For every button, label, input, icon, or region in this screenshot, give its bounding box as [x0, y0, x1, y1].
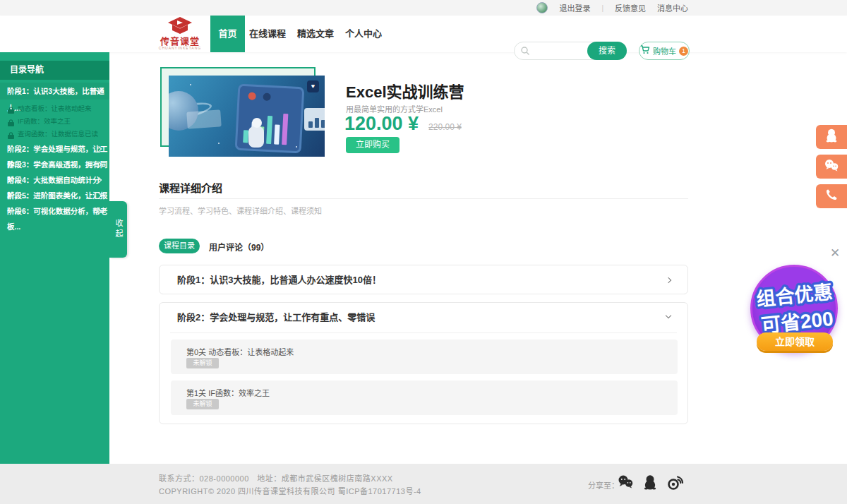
sidebar-stage-2[interactable]: 阶段2：学会处理与规范，让工作...: [0, 141, 109, 157]
sidebar-collapse-tab[interactable]: 收起: [109, 201, 127, 258]
nav-featured-articles[interactable]: 精选文章: [297, 16, 334, 52]
nav-online-courses[interactable]: 在线课程: [249, 16, 286, 52]
search-input[interactable]: [533, 43, 586, 59]
sidebar-stage-3[interactable]: 阶段3：学会高级透视，拥有同时...: [0, 157, 109, 172]
sidebar-stage-5[interactable]: 阶段5：进阶图表美化，让汇报一...: [0, 188, 109, 203]
lesson-title: 第1关 IF函数：效率之王: [186, 387, 270, 398]
topbar-divider: |: [601, 4, 603, 12]
bar-chart-panel-illustration: [304, 108, 325, 131]
astronaut-helmet: [252, 118, 262, 128]
logo-cap-icon: [166, 25, 194, 37]
footer-contact: 联系方式：028-0000000 地址：成都市武侯区槐树店南路XXXX: [159, 472, 393, 484]
tablet-illustration: [235, 84, 305, 154]
divider: [159, 198, 688, 199]
detail-summary: 学习流程、学习特色、课程详细介绍、课程须知: [159, 205, 322, 216]
course-title: Excel实战训练营: [346, 79, 464, 102]
footer-copyright: COPYRIGHT© 2020 四川传音课堂科技有限公司 蜀ICP备170177…: [159, 485, 421, 496]
course-banner-image[interactable]: ♥: [169, 76, 325, 157]
lesson-title: 第0关 动态看板：让表格动起来: [186, 346, 294, 357]
phone-contact-button[interactable]: [816, 184, 847, 208]
divider: [170, 332, 677, 333]
astronaut-illustration: [248, 126, 264, 148]
footer-share-label: 分享至：: [588, 479, 619, 491]
logout-link[interactable]: 退出登录: [559, 2, 590, 13]
cart-icon: [640, 44, 650, 57]
lesson-row[interactable]: 第1关 IF函数：效率之王 未解锁: [171, 380, 678, 415]
weibo-share-icon[interactable]: [666, 474, 685, 493]
footer: 联系方式：028-0000000 地址：成都市武侯区槐树店南路XXXX COPY…: [0, 464, 847, 504]
promo-claim-button[interactable]: 立即领取: [757, 332, 833, 351]
wechat-share-icon[interactable]: [617, 474, 634, 491]
sidebar-title: 目录导航: [0, 61, 109, 80]
chevron-right-icon: [666, 277, 671, 283]
lesson-locked-badge: 未解锁: [186, 399, 219, 409]
qq-contact-button[interactable]: [816, 125, 847, 149]
feedback-link[interactable]: 反馈意见: [615, 2, 646, 13]
tab-course-catalog[interactable]: 课程目录: [159, 239, 200, 253]
wechat-icon: [824, 159, 839, 174]
sidebar-lesson-label: IF函数：效率之王: [18, 117, 71, 125]
logo-subtitle: CHUANYINKETANG: [154, 46, 206, 50]
stage-1-title: 阶段1：认识3大技能，比普通人办公速度快10倍！: [177, 265, 381, 295]
cart-button[interactable]: 购物车 1: [639, 42, 690, 60]
catalog-sidebar: 目录导航 阶段1：认识3大技能，比普通人... 动态看板：让表格动起来 IF函数…: [0, 52, 109, 464]
stage-1-header[interactable]: 阶段1：认识3大技能，比普通人办公速度快10倍！: [160, 265, 687, 295]
avatar[interactable]: [536, 2, 548, 13]
stage-2-header[interactable]: 阶段2：学会处理与规范，让工作有重点、零错误: [160, 303, 687, 332]
sidebar-lesson-item[interactable]: 动态看板：让表格动起来: [0, 102, 109, 114]
stage-2-card: 阶段2：学会处理与规范，让工作有重点、零错误 第0关 动态看板：让表格动起来 未…: [159, 302, 688, 424]
promo-close-icon[interactable]: ✕: [830, 246, 840, 260]
sidebar-stage-1[interactable]: 阶段1：认识3大技能，比普通人...: [0, 83, 109, 100]
page: 退出登录 | 反馈意见 消息中心 传音课堂 CHUANYINKETANG 首页 …: [0, 0, 847, 504]
sidebar-lesson-item[interactable]: 查询函数：让数据信息已读: [0, 128, 109, 140]
heart-icon[interactable]: ♥: [307, 80, 319, 92]
search-box: 搜索: [514, 42, 627, 60]
logo-title: 传音课堂: [154, 37, 206, 46]
tab-user-comments[interactable]: 用户评论（99）: [209, 241, 269, 253]
messages-link[interactable]: 消息中心: [657, 2, 688, 13]
detail-heading: 课程详细介绍: [159, 180, 222, 195]
promo-line1: 组合优惠: [755, 281, 834, 311]
sidebar-lesson-label: 动态看板：让表格动起来: [18, 104, 92, 112]
chevron-down-icon: [666, 313, 671, 318]
cart-badge: 1: [679, 47, 688, 56]
stage-2-title: 阶段2：学会处理与规范，让工作有重点、零错误: [177, 303, 375, 332]
sidebar-lesson-item[interactable]: IF函数：效率之王: [0, 115, 109, 127]
header: 传音课堂 CHUANYINKETANG 首页 在线课程 精选文章 个人中心 搜索…: [0, 16, 847, 52]
topbar: 退出登录 | 反馈意见 消息中心: [0, 0, 847, 16]
price-row: 120.00 ¥ 220.00 ¥: [344, 113, 462, 135]
search-icon: [520, 46, 530, 59]
sidebar-lesson-label: 查询函数：让数据信息已读: [18, 130, 98, 138]
cart-label: 购物车: [653, 45, 676, 56]
chart-panel-illustration: [186, 109, 222, 128]
course-original-price: 220.00 ¥: [428, 122, 462, 132]
wechat-contact-button[interactable]: [816, 155, 847, 179]
lesson-locked-badge: 未解锁: [186, 358, 219, 368]
sidebar-stage-4[interactable]: 阶段4：大批数据自动统计分析，...: [0, 172, 109, 188]
nav-home[interactable]: 首页: [210, 16, 245, 52]
sidebar-stage-6[interactable]: 阶段6：可视化数据分析，帮老板...: [0, 203, 109, 219]
buy-now-button[interactable]: 立即购买: [346, 137, 400, 153]
course-price: 120.00 ¥: [344, 113, 419, 135]
search-button[interactable]: 搜索: [587, 42, 627, 60]
lesson-row[interactable]: 第0关 动态看板：让表格动起来 未解锁: [171, 340, 678, 374]
qq-icon: [825, 128, 838, 145]
sidebar-stage-label: 阶段6：可视化数据分析，帮老板...: [7, 207, 107, 231]
logo[interactable]: 传音课堂 CHUANYINKETANG: [154, 16, 206, 52]
qq-share-icon[interactable]: [643, 474, 657, 493]
stage-1-card: 阶段1：认识3大技能，比普通人办公速度快10倍！: [159, 265, 688, 294]
nav-personal-center[interactable]: 个人中心: [345, 16, 382, 52]
phone-icon: [825, 188, 838, 204]
